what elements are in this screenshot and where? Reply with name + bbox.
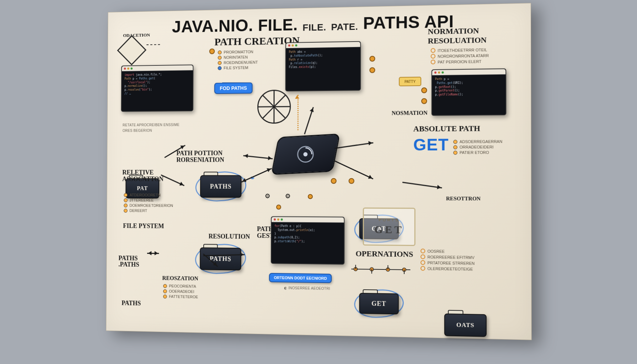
heading-reoszation: REOSZATION bbox=[162, 275, 198, 282]
bullets-operations: OOSREE ROERREEREE EFITRMV PRTATOREE STRR… bbox=[421, 247, 475, 272]
left-text: RETATE APROCREIBEN ENSSIME ORES BEGERION bbox=[123, 122, 187, 134]
heading-absolute: ABSOLUTE PATH bbox=[413, 124, 480, 133]
bullets-path-creation: PROROMATTON NORINTATEN ROEDINDENUIENT FI… bbox=[218, 48, 258, 71]
center-diamond bbox=[274, 135, 337, 173]
heading-operations: OPERNATIONS bbox=[355, 249, 413, 259]
folder-get: GET bbox=[359, 293, 398, 315]
heading-resolution: RESOLUATION bbox=[428, 35, 487, 46]
bullets-reosz: PEOCORIENTA OOERADEOEI FATTETETEROE bbox=[163, 283, 198, 300]
get-big: GET bbox=[413, 135, 449, 154]
label-nosmation: NOSMATION bbox=[392, 110, 428, 117]
lightbox-get: PORTS GET bbox=[363, 208, 416, 246]
folder-oats: OATS bbox=[444, 314, 487, 337]
bullets-left: ATDEROOORETN JTTEREEREE DOEMROEETDREERIO… bbox=[124, 192, 173, 214]
heading-relative: RELETIVE ASSOCATTON bbox=[122, 169, 164, 182]
code-window-3: Path p = Paths.get(URI);p.getRoot();p.ge… bbox=[432, 68, 507, 116]
badge-small: PATTY bbox=[399, 77, 421, 86]
label-paths-paths: PATHS .PATHS bbox=[118, 255, 139, 268]
code-window-1: import java.nio.file.*;Path p = Paths.ge… bbox=[121, 65, 193, 112]
svg-line-2 bbox=[351, 269, 410, 270]
timeline-icon bbox=[348, 264, 413, 275]
heading-normation: NORMATION bbox=[428, 26, 479, 36]
code-window-4: for(Path e : p){ System.out.println(e);}… bbox=[271, 216, 345, 264]
page-title: JAVA.NIO. FILE. FILE. PATE. PATHS API bbox=[172, 11, 454, 36]
folder-paths-2: PATHS bbox=[200, 247, 241, 271]
label-paths-logo: PATHS bbox=[122, 299, 141, 307]
gear-icon-2: ⚙︎ bbox=[285, 192, 291, 200]
footer-note: ◐ INOSERREE AEOEOTRI bbox=[284, 286, 330, 290]
pill-paths: FOD PATHS bbox=[214, 82, 253, 94]
folder-paths-1: PATHS bbox=[200, 175, 241, 198]
gear-icon: ⚙︎ bbox=[265, 192, 271, 200]
bullets-normation: ITOEETHDEETRRR OTEIL NORDRONRRONTA ATARR… bbox=[431, 46, 489, 65]
bullets-absolute: ADSOERREGAERRAN ORRADEOEIDERI PATIER ETO… bbox=[453, 138, 502, 156]
heading-file-system: FILE PYSTEM bbox=[123, 222, 164, 230]
label-odaetion: ODACETION bbox=[123, 32, 150, 38]
svg-point-1 bbox=[303, 152, 307, 156]
heading-path-portion: PATH POTTION RORSENIATION bbox=[176, 150, 224, 163]
heading-resolution-2: RESOLUTION bbox=[209, 233, 250, 241]
hex-logo-top bbox=[121, 39, 142, 61]
poster-canvas: JAVA.NIO. FILE. FILE. PATE. PATHS API OD… bbox=[106, 3, 532, 340]
pill-badge: ORTEONN DODT EECNIORD bbox=[269, 273, 332, 283]
compass-icon bbox=[257, 90, 291, 124]
label-resottron: RESOTTRON bbox=[446, 196, 481, 202]
code-window-2: Path abs = p.toAbsolutePath();Path r = p… bbox=[285, 41, 361, 92]
